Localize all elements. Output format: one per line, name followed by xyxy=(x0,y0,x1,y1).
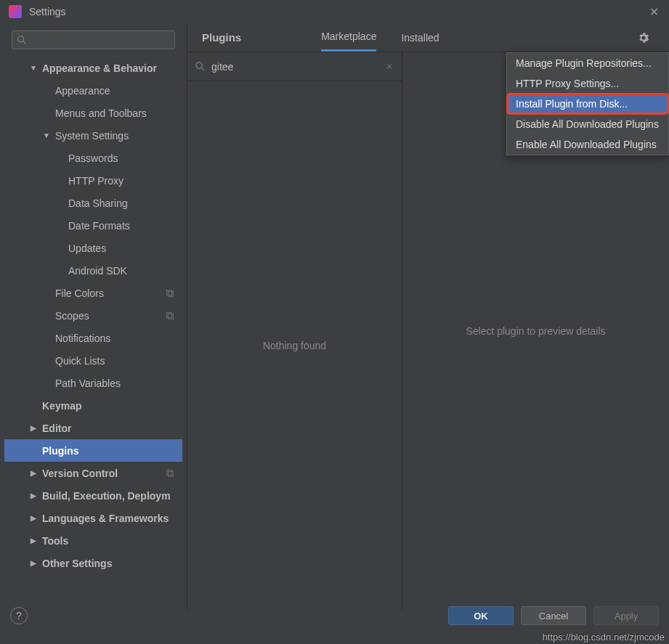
dropdown-item-http-proxy-settings[interactable]: HTTP Proxy Settings... xyxy=(507,73,668,94)
tree-item-label: Version Control xyxy=(42,468,118,479)
empty-state: Nothing found xyxy=(187,81,402,610)
dropdown-item-manage-plugin-repositories[interactable]: Manage Plugin Repositories... xyxy=(507,53,668,73)
svg-rect-4 xyxy=(167,312,172,317)
sidebar-search[interactable] xyxy=(12,30,175,49)
close-icon[interactable]: ✕ xyxy=(647,5,660,18)
tree-item-date-formats[interactable]: ▶Date Formats xyxy=(4,214,182,237)
tree-item-label: Passwords xyxy=(68,152,118,164)
copy-icon xyxy=(165,468,175,478)
chevron-right-icon: ▶ xyxy=(29,424,38,432)
copy-icon xyxy=(165,311,175,321)
tree-item-label: Appearance & Behavior xyxy=(42,62,157,74)
tree-item-label: System Settings xyxy=(55,130,129,142)
chevron-down-icon: ▼ xyxy=(42,131,51,139)
tree-item-label: Menus and Toolbars xyxy=(55,107,147,119)
tree-item-http-proxy[interactable]: ▶HTTP Proxy xyxy=(4,169,182,192)
search-icon xyxy=(195,61,206,72)
apply-button: Apply xyxy=(593,606,659,625)
tree-item-path-variables[interactable]: ▶Path Variables xyxy=(4,372,182,394)
copy-icon xyxy=(165,288,175,298)
tree-item-passwords[interactable]: ▶Passwords xyxy=(4,147,182,169)
svg-rect-3 xyxy=(168,291,173,296)
tree-item-build-execution-deploym[interactable]: ▶Build, Execution, Deploym xyxy=(4,484,182,507)
tree-item-system-settings[interactable]: ▼System Settings xyxy=(4,124,182,147)
tree-item-label: Scopes xyxy=(55,310,89,322)
tree-item-label: Editor xyxy=(42,423,71,434)
chevron-right-icon: ▶ xyxy=(29,514,38,522)
tab-installed[interactable]: Installed xyxy=(401,23,439,52)
tree-item-label: Date Formats xyxy=(68,220,130,232)
gear-icon[interactable] xyxy=(637,31,650,44)
tree-item-label: Data Sharing xyxy=(68,197,128,209)
window-title: Settings xyxy=(29,6,66,17)
tree-item-version-control[interactable]: ▶Version Control xyxy=(4,462,182,484)
plugin-search-input[interactable] xyxy=(211,61,384,73)
svg-rect-2 xyxy=(167,290,172,295)
svg-rect-7 xyxy=(168,471,173,476)
svg-point-0 xyxy=(18,36,24,42)
tree-item-label: Tools xyxy=(42,535,68,547)
tree-item-label: Build, Execution, Deploym xyxy=(42,490,171,502)
gear-dropdown: Manage Plugin Repositories...HTTP Proxy … xyxy=(506,52,669,155)
sidebar-search-input[interactable] xyxy=(30,35,170,46)
tree-item-label: Other Settings xyxy=(42,558,112,569)
tree-item-label: File Colors xyxy=(55,288,104,299)
main-header: Plugins Marketplace Installed xyxy=(187,23,669,52)
tabs: Marketplace Installed xyxy=(321,23,439,52)
tree-item-updates[interactable]: ▶Updates xyxy=(4,237,182,259)
help-button[interactable]: ? xyxy=(10,607,28,624)
tree-item-label: Keymap xyxy=(42,400,81,412)
tree-item-menus-and-toolbars[interactable]: ▶Menus and Toolbars xyxy=(4,102,182,124)
tree-item-android-sdk[interactable]: ▶Android SDK xyxy=(4,259,182,282)
chevron-right-icon: ▶ xyxy=(29,492,38,500)
dropdown-item-disable-all-downloaded-plugins[interactable]: Disable All Downloaded Plugins xyxy=(507,114,668,134)
plugin-list-column: × Nothing found xyxy=(187,52,402,610)
titlebar: Settings ✕ xyxy=(0,0,669,23)
tree-item-quick-lists[interactable]: ▶Quick Lists xyxy=(4,349,182,372)
search-icon xyxy=(17,35,27,45)
chevron-right-icon: ▶ xyxy=(29,559,38,567)
tree-item-data-sharing[interactable]: ▶Data Sharing xyxy=(4,192,182,214)
watermark: https://blog.csdn.net/zjmcode xyxy=(543,632,665,643)
tab-marketplace[interactable]: Marketplace xyxy=(321,23,376,52)
sidebar: ▼Appearance & Behavior▶Appearance▶Menus … xyxy=(0,23,187,610)
svg-rect-6 xyxy=(167,470,172,475)
dropdown-item-enable-all-downloaded-plugins[interactable]: Enable All Downloaded Plugins xyxy=(507,134,668,155)
tree-item-label: Notifications xyxy=(55,333,110,344)
settings-tree: ▼Appearance & Behavior▶Appearance▶Menus … xyxy=(4,57,182,606)
tree-item-label: Appearance xyxy=(55,85,110,97)
tree-item-scopes[interactable]: ▶Scopes xyxy=(4,304,182,327)
tree-item-label: Languages & Frameworks xyxy=(42,513,169,524)
svg-line-1 xyxy=(23,41,26,44)
tree-item-keymap[interactable]: ▶Keymap xyxy=(4,394,182,417)
page-title: Plugins xyxy=(202,31,241,44)
chevron-right-icon: ▶ xyxy=(29,537,38,545)
plugin-search[interactable]: × xyxy=(187,52,402,81)
footer: ? OK Cancel Apply xyxy=(0,602,669,629)
tree-item-plugins[interactable]: ▶Plugins xyxy=(4,439,182,462)
clear-icon[interactable]: × xyxy=(384,62,394,72)
tree-item-label: Plugins xyxy=(42,445,79,457)
tree-item-editor[interactable]: ▶Editor xyxy=(4,417,182,439)
tree-item-label: Quick Lists xyxy=(55,355,105,367)
tree-item-tools[interactable]: ▶Tools xyxy=(4,529,182,552)
tree-item-label: Updates xyxy=(68,242,106,254)
tree-item-languages-frameworks[interactable]: ▶Languages & Frameworks xyxy=(4,507,182,529)
tree-item-appearance-behavior[interactable]: ▼Appearance & Behavior xyxy=(4,57,182,79)
chevron-down-icon: ▼ xyxy=(29,64,38,72)
tree-item-label: Path Variables xyxy=(55,378,121,389)
app-icon xyxy=(9,5,22,18)
cancel-button[interactable]: Cancel xyxy=(521,606,586,625)
tree-item-label: HTTP Proxy xyxy=(68,175,123,187)
svg-line-9 xyxy=(201,68,204,70)
svg-point-8 xyxy=(196,62,202,68)
tree-item-notifications[interactable]: ▶Notifications xyxy=(4,327,182,349)
tree-item-other-settings[interactable]: ▶Other Settings xyxy=(4,552,182,574)
chevron-right-icon: ▶ xyxy=(29,469,38,477)
tree-item-file-colors[interactable]: ▶File Colors xyxy=(4,282,182,304)
tree-item-appearance[interactable]: ▶Appearance xyxy=(4,79,182,102)
ok-button[interactable]: OK xyxy=(448,606,514,625)
svg-rect-5 xyxy=(168,314,173,319)
tree-item-label: Android SDK xyxy=(68,265,127,277)
dropdown-item-install-plugin-from-disk[interactable]: Install Plugin from Disk... xyxy=(507,94,668,114)
